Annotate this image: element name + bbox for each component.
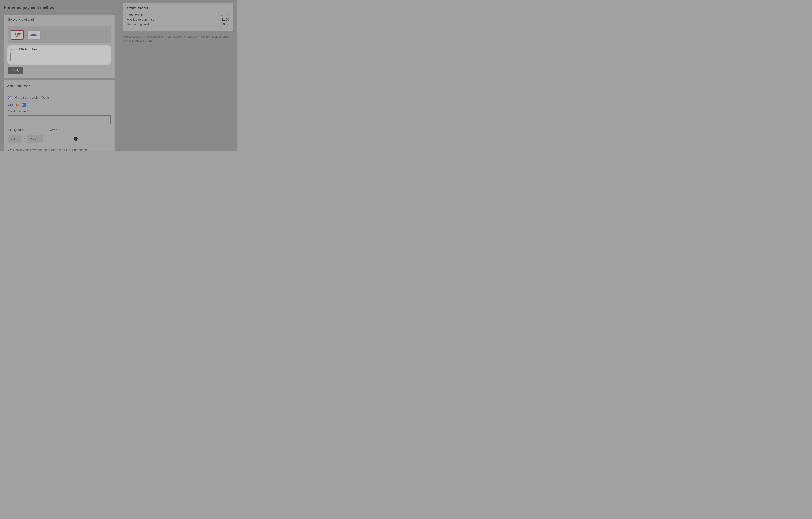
kobo-pin-label: Kobo PIN Number xyxy=(10,48,108,51)
cvv-label: CVV * xyxy=(49,128,79,132)
gift-card-panel: Select type of card: Rakuten kobo !ndigo… xyxy=(4,15,115,78)
card-number-input[interactable] xyxy=(8,115,111,124)
kobo-logo-text: Rakuten kobo xyxy=(13,33,21,37)
chevron-down-icon: ▽ xyxy=(18,138,20,140)
kobo-card-tile[interactable]: Rakuten kobo xyxy=(11,30,24,39)
remaining-value: $0.00 xyxy=(221,23,229,26)
transaction-disclaimer: All transactions processed by Rakuten Ko… xyxy=(123,35,233,43)
apply-button[interactable]: Apply xyxy=(8,67,23,74)
credit-card-radio[interactable] xyxy=(8,96,11,100)
expiry-month-value: MM xyxy=(10,137,15,140)
kobo-pin-input[interactable] xyxy=(10,53,108,61)
total-credit-value: $1.00 xyxy=(221,13,229,17)
card-number-label: Card number * xyxy=(8,110,111,113)
preferred-payment-header: Preferred payment method xyxy=(4,5,115,10)
expiry-month-select[interactable]: MM ▽ xyxy=(8,135,22,143)
mastercard-icon xyxy=(16,104,20,106)
store-credit-panel: Store credit Total credit: $1.00 Applied… xyxy=(123,3,233,31)
expiry-date-label: Expiry date * xyxy=(8,128,44,132)
indigo-logo-text: !ndigo xyxy=(30,33,38,36)
expiry-year-select[interactable]: YYYY ▽ xyxy=(27,135,44,143)
expiry-year-value: YYYY xyxy=(29,137,36,140)
kobo-pin-block: Kobo PIN Number xyxy=(8,46,111,64)
card-type-band: Rakuten kobo !ndigo xyxy=(8,26,111,44)
cvv-help-icon[interactable]: ? xyxy=(74,137,78,141)
card-brand-row: VISA AM EX xyxy=(8,103,111,107)
amex-icon: AM EX xyxy=(22,103,26,107)
add-promo-code-link[interactable]: Add promo code xyxy=(7,84,30,88)
store-credit-title: Store credit xyxy=(127,6,229,10)
credit-card-radio-label: Credit card / Visa Debit xyxy=(15,96,49,100)
radio-dot-icon xyxy=(9,97,10,98)
indigo-card-tile[interactable]: !ndigo xyxy=(27,30,40,39)
applied-value: -$1.00 xyxy=(220,18,229,22)
total-credit-row: Total credit: $1.00 xyxy=(127,13,229,17)
chevron-down-icon: ▽ xyxy=(39,138,41,140)
applied-to-purchase-row: Applied to purchase: -$1.00 xyxy=(127,18,229,22)
remaining-label: Remaining credit: xyxy=(127,23,151,26)
visa-icon: VISA xyxy=(8,104,13,106)
promo-panel: Add promo code xyxy=(4,80,115,92)
total-credit-label: Total credit: xyxy=(127,13,143,17)
expiry-separator: / xyxy=(24,137,25,141)
select-card-type-label: Select type of card: xyxy=(8,18,111,22)
credit-card-panel: Credit card / Visa Debit VISA AM EX Card… xyxy=(4,92,115,151)
save-payment-note: We'll save your payment information for … xyxy=(8,148,111,151)
applied-label: Applied to purchase: xyxy=(127,18,155,22)
remaining-credit-row: Remaining credit: $0.00 xyxy=(127,23,229,26)
